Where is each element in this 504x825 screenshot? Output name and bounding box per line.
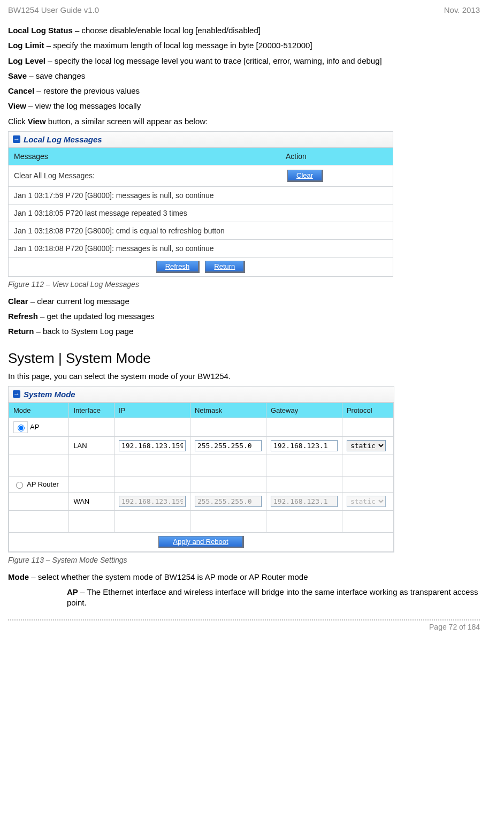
log-row: Jan 1 03:17:59 P720 [G8000]: messages is… bbox=[9, 186, 393, 204]
clear-button[interactable]: Clear bbox=[287, 170, 323, 182]
def-text: – The Ethernet interface and wireless in… bbox=[67, 587, 478, 607]
def-term: Log Level bbox=[8, 56, 45, 65]
section-intro: In this page, you can select the system … bbox=[8, 371, 480, 382]
def-text: – save changes bbox=[27, 71, 85, 80]
wan-label: WAN bbox=[69, 492, 114, 510]
mode-ap-radio[interactable] bbox=[18, 425, 25, 432]
log-row: Jan 1 03:18:08 P720 [G8000]: cmd is equa… bbox=[9, 222, 393, 239]
wan-netmask-input bbox=[195, 496, 262, 507]
col-action: Action bbox=[280, 148, 393, 165]
def-term: Clear bbox=[8, 297, 28, 306]
local-log-panel: →Local Log Messages Messages Action Clea… bbox=[8, 131, 393, 277]
def-text: – clear current log message bbox=[28, 297, 129, 306]
text: Click bbox=[8, 117, 28, 126]
def-text: – specify the local log message level yo… bbox=[45, 56, 382, 65]
panel-title: Local Log Messages bbox=[24, 135, 102, 144]
apply-reboot-button[interactable]: Apply and Reboot bbox=[158, 536, 243, 548]
clear-all-label: Clear All Log Messages: bbox=[9, 165, 280, 186]
doc-date: Nov. 2013 bbox=[444, 5, 480, 14]
col-netmask: Netmask bbox=[190, 403, 266, 418]
divider bbox=[8, 619, 480, 620]
log-row: Jan 1 03:18:08 P720 [G8000]: messages is… bbox=[9, 239, 393, 257]
wan-protocol-select: static bbox=[347, 496, 386, 507]
text: button, a similar screen will appear as … bbox=[46, 117, 208, 126]
def-term: View bbox=[8, 101, 26, 110]
def-term: Local Log Status bbox=[8, 26, 73, 35]
return-button[interactable]: Return bbox=[205, 261, 245, 273]
col-gateway: Gateway bbox=[266, 403, 342, 418]
def-term: Log Limit bbox=[8, 41, 44, 50]
def-term: Save bbox=[8, 71, 27, 80]
panel-title: System Mode bbox=[24, 390, 75, 399]
mode-ap-label: AP bbox=[30, 423, 39, 431]
def-term: Refresh bbox=[8, 312, 38, 321]
col-messages: Messages bbox=[9, 148, 280, 165]
lan-label: LAN bbox=[69, 436, 114, 455]
figure-caption: Figure 112 – View Local Log Messages bbox=[8, 280, 480, 289]
collapse-icon[interactable]: → bbox=[13, 135, 20, 143]
def-term: Return bbox=[8, 327, 34, 336]
def-term: AP bbox=[67, 587, 78, 596]
system-mode-panel: →System Mode Mode Interface IP Netmask G… bbox=[8, 386, 394, 552]
figure-caption: Figure 113 – System Mode Settings bbox=[8, 556, 480, 564]
def-text: – back to System Log page bbox=[34, 327, 133, 336]
def-text: – view the log messages locally bbox=[26, 101, 141, 110]
refresh-button[interactable]: Refresh bbox=[156, 261, 200, 273]
col-mode: Mode bbox=[9, 403, 69, 418]
lan-netmask-input[interactable] bbox=[195, 440, 262, 451]
col-ip: IP bbox=[114, 403, 190, 418]
text: View bbox=[28, 117, 46, 126]
doc-title: BW1254 User Guide v1.0 bbox=[8, 5, 99, 14]
col-interface: Interface bbox=[69, 403, 114, 418]
mode-aprouter-radio[interactable] bbox=[16, 482, 23, 489]
def-text: – restore the previous values bbox=[34, 86, 140, 95]
lan-protocol-select[interactable]: static bbox=[347, 440, 386, 451]
def-term: Mode bbox=[8, 572, 29, 581]
wan-gateway-input bbox=[271, 496, 338, 507]
collapse-icon[interactable]: → bbox=[13, 390, 20, 398]
lan-ip-input[interactable] bbox=[119, 440, 186, 451]
col-protocol: Protocol bbox=[342, 403, 393, 418]
def-text: – get the updated log messages bbox=[38, 312, 155, 321]
def-text: – select whether the system mode of BW12… bbox=[29, 572, 308, 581]
def-term: Cancel bbox=[8, 86, 34, 95]
page-footer: Page 72 of 184 bbox=[8, 623, 480, 631]
lan-gateway-input[interactable] bbox=[271, 440, 338, 451]
def-text: – specify the maximum length of local lo… bbox=[44, 41, 312, 50]
mode-aprouter-label: AP Router bbox=[27, 480, 59, 488]
def-text: – choose disable/enable local log [enabl… bbox=[73, 26, 261, 35]
wan-ip-input bbox=[119, 496, 186, 507]
log-row: Jan 1 03:18:05 P720 last message repeate… bbox=[9, 204, 393, 222]
section-heading: System | System Mode bbox=[8, 350, 480, 367]
